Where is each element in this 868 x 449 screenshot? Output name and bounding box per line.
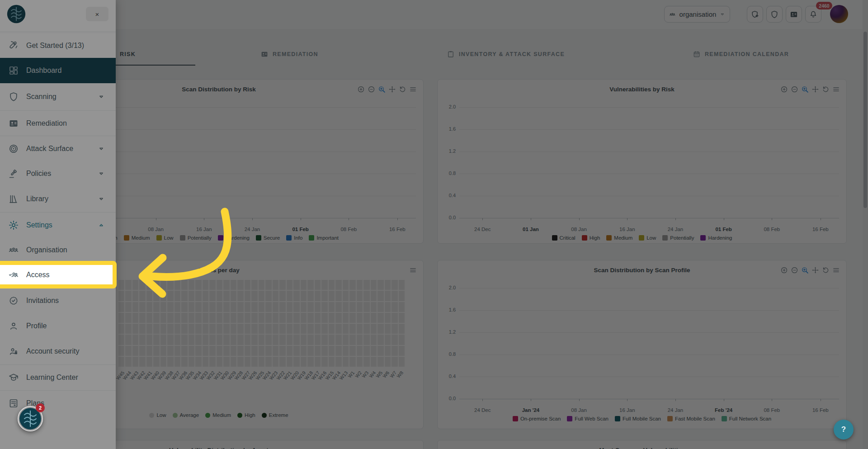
people-check-icon (8, 269, 19, 280)
assistant-badge: 2 (36, 403, 45, 412)
help-button[interactable]: ? (834, 420, 854, 440)
tutorial-dim-overlay[interactable] (0, 0, 868, 449)
sidebar-item-access-highlighted[interactable]: Access (0, 261, 117, 288)
app-window: organisation 2460 RISK REMEDIATION IN (0, 0, 868, 449)
sidebar-item-label: Access (26, 271, 50, 279)
